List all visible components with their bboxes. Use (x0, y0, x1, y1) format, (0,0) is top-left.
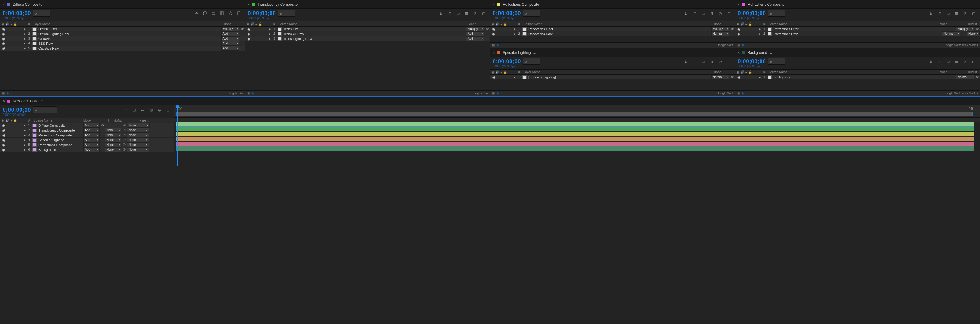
timecode[interactable]: 0;00;00;00 (3, 107, 31, 113)
eye-icon[interactable]: ◉ (492, 27, 496, 31)
eye-icon[interactable]: ◉ (492, 75, 496, 79)
expand-icon[interactable]: ▶ (24, 27, 26, 30)
mode-dropdown[interactable]: Normal▾ (711, 32, 729, 36)
close-icon[interactable]: × (738, 2, 740, 7)
layer-row[interactable]: ◉▶2Trans GI RawAdd▾ (245, 32, 490, 36)
trkmat-header[interactable]: TrkMat (112, 119, 140, 122)
panel-menu-icon[interactable]: ≡ (45, 2, 47, 7)
expand-icon[interactable]: ▶ (24, 138, 26, 141)
columns-icon[interactable]: ▥ (149, 107, 153, 112)
cube-icon[interactable]: ◫ (132, 107, 137, 112)
layer-row[interactable]: ◉▶1BackgroundNormal▾⟳ (735, 75, 980, 79)
trkmat-dropdown[interactable]: None▾ (967, 32, 980, 36)
eye-icon[interactable]: ◉ (2, 41, 6, 46)
layer-name[interactable]: Translucency Composite (37, 129, 83, 132)
panel-menu-icon[interactable]: ≡ (41, 98, 43, 103)
layer-row[interactable]: ◉▶1[Specular Lighting]Normal▾⟳ (490, 75, 735, 79)
expand-icon[interactable]: ▶ (24, 47, 26, 50)
search-input[interactable]: ⌕⁝ (33, 106, 57, 113)
graph-icon[interactable]: ⟀ (929, 11, 934, 16)
search-input[interactable]: ⌕⁝ (523, 10, 540, 17)
layer-row[interactable]: ◉▶1Reflections FilterMultiply▾⟳ (490, 27, 735, 32)
mode-dropdown[interactable]: Normal▾ (711, 75, 729, 79)
motion-blur-icon[interactable]: ⊕ (741, 44, 744, 47)
layer-name[interactable]: [Specular Lighting] (527, 75, 711, 79)
expand-icon[interactable]: ▶ (269, 27, 271, 30)
graph-icon[interactable]: ⟀ (439, 11, 444, 16)
brackets-icon[interactable]: {} (256, 92, 258, 95)
layer-row[interactable]: ◉ ▶1 Diffuse Composite Add▾ ⟳ ℗ None▾ (0, 123, 174, 128)
eye-icon[interactable]: ◉ (2, 138, 6, 142)
cap-icon[interactable] (211, 11, 216, 16)
t-header[interactable]: T (961, 22, 967, 26)
name-header[interactable]: Source Name (521, 22, 714, 26)
brackets-icon[interactable]: {} (746, 92, 748, 95)
mode-header[interactable]: Mode (714, 22, 735, 26)
layer-row[interactable]: ◉▶1Trans TintMultiply▾⟳ (245, 27, 490, 32)
frame-blend-icon[interactable]: ⊞ (247, 92, 250, 95)
layer-row[interactable]: ◉▶4SSS RawAdd▾ (0, 41, 245, 46)
panel-menu-icon[interactable]: ≡ (300, 2, 302, 7)
layer-name[interactable]: Reflections Filter (527, 27, 711, 31)
cube-icon[interactable]: ◫ (937, 11, 942, 16)
parent-dropdown[interactable]: None▾ (127, 147, 149, 152)
eye-icon[interactable]: ◉ (737, 75, 741, 79)
track-bar[interactable] (176, 137, 974, 141)
motion-blur-icon[interactable]: ⊕ (251, 92, 254, 95)
expand-icon[interactable]: ▶ (24, 42, 26, 45)
layer-row[interactable]: ◉▶2Reflections RawNormal▾ (490, 32, 735, 36)
track-bar[interactable] (176, 132, 974, 136)
graph-icon[interactable]: ⟀ (123, 107, 128, 112)
motion-blur-icon[interactable]: ⊕ (741, 92, 744, 95)
parent-header[interactable]: Parent (140, 119, 174, 122)
mode-header[interactable]: Mode (224, 22, 245, 26)
layer-row[interactable]: ◉▶1Refractions FilterMultiply▾⟳ (735, 27, 980, 32)
close-icon[interactable]: × (3, 2, 5, 7)
eye-icon[interactable]: ◉ (2, 143, 6, 147)
link-icon[interactable]: ⟳ (100, 124, 105, 128)
mode-dropdown[interactable]: Add▾ (221, 32, 239, 36)
link-icon[interactable] (240, 46, 245, 51)
mode-dropdown[interactable]: Add▾ (466, 32, 484, 36)
marker-icon[interactable]: ▢ (481, 11, 486, 16)
layer-name[interactable]: Trans Lighting Raw (282, 37, 466, 41)
tab-title[interactable]: Diffuse Composite (13, 2, 42, 7)
graph-icon[interactable]: ⟀ (684, 11, 689, 16)
name-header[interactable]: Source Name (766, 22, 940, 26)
timeline-ruler[interactable]: 00f 01f (174, 105, 980, 118)
marker-icon[interactable]: ▢ (971, 59, 976, 64)
link-icon[interactable] (228, 11, 233, 16)
pickwhip-icon[interactable]: ℗ (123, 138, 126, 142)
close-icon[interactable]: × (738, 51, 740, 55)
eye-icon[interactable]: ◉ (492, 32, 496, 36)
eye-icon[interactable]: ◉ (2, 27, 6, 31)
track-bar[interactable] (176, 146, 974, 151)
cap-icon[interactable]: ▭ (701, 59, 706, 64)
track-bar[interactable] (176, 122, 974, 127)
link-icon[interactable] (240, 37, 245, 41)
marker-icon[interactable]: ▢ (726, 11, 731, 16)
layer-name[interactable]: Diffuse Filter (37, 27, 221, 31)
tab-title[interactable]: Raw Composite (13, 99, 38, 103)
panel-menu-icon[interactable]: ≡ (770, 50, 772, 55)
link-icon[interactable] (485, 32, 490, 36)
name-header[interactable]: Source Name (766, 70, 940, 74)
trkmat-dropdown[interactable]: None▾ (105, 143, 121, 147)
link-icon[interactable]: ◎ (473, 11, 477, 16)
parent-dropdown[interactable]: None▾ (127, 133, 149, 137)
parent-dropdown[interactable]: None▾ (128, 123, 150, 128)
link-icon[interactable] (100, 128, 105, 132)
pickwhip-icon[interactable]: ℗ (123, 133, 126, 137)
toggle-switches[interactable]: Toggle Sw (229, 92, 243, 95)
panel-menu-icon[interactable]: ≡ (787, 2, 789, 7)
search-input[interactable]: ⌕⁝ (523, 58, 540, 65)
search-input[interactable]: ⌕⁝ (33, 10, 50, 17)
frame-blend-icon[interactable]: ⊞ (492, 92, 495, 95)
mode-dropdown[interactable]: Multiply▾ (466, 27, 484, 31)
eye-icon[interactable]: ◉ (2, 32, 6, 36)
layer-row[interactable]: ◉▶5Caustics RawAdd▾ (0, 46, 245, 51)
timecode[interactable]: 0;00;00;00 (248, 10, 276, 17)
link-icon[interactable] (100, 143, 105, 147)
columns-icon[interactable]: ▥ (710, 59, 714, 64)
layer-name[interactable]: Specular Lighting (37, 138, 83, 142)
